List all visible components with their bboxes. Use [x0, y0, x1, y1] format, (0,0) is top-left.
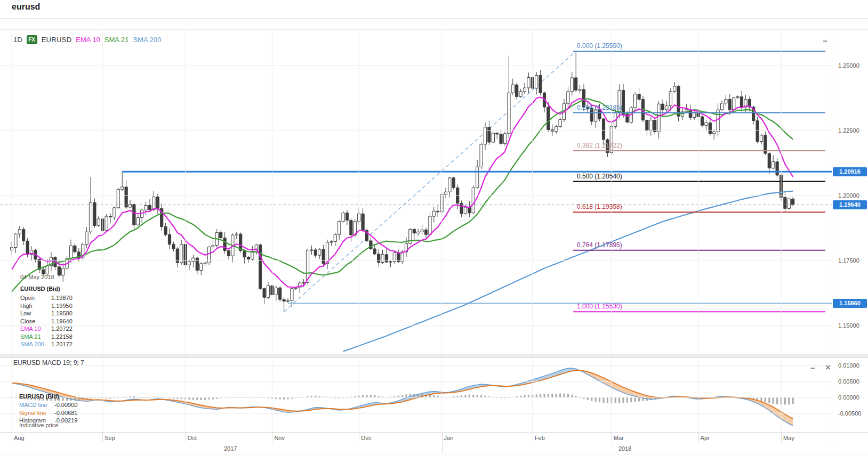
time-axis-month[interactable]: Apr [701, 435, 710, 441]
ohlc-data-window: 04 May 2018 EURUSD (Bid) Open1.19870High… [20, 274, 73, 348]
macd-axis-tick[interactable]: -0.00500 [838, 410, 861, 417]
month-tick [698, 433, 699, 442]
price-axis-border [832, 30, 832, 453]
down-candles [22, 76, 794, 302]
macd-row: MACD line-0.00900 [19, 401, 77, 409]
price-axis-tick[interactable]: 1.25000 [838, 62, 859, 69]
month-tick [612, 433, 612, 442]
month-tick [272, 433, 272, 442]
bottom-border [0, 454, 868, 454]
fib-label-0.618: 0.618 (1.19358) [577, 203, 622, 210]
price-flag: 1.20916 [833, 167, 867, 176]
price-axis-tick[interactable]: 1.17500 [838, 257, 859, 264]
macd-symbol: EURUSD (Bid) [19, 393, 77, 400]
time-axis-month[interactable]: Oct [188, 435, 197, 441]
fx-provider-icon: FX [27, 35, 37, 44]
data-window-date: 04 May 2018 [20, 274, 73, 280]
time-axis-month[interactable]: Mar [614, 435, 624, 441]
macd-plot[interactable] [11, 368, 794, 426]
close-macd-button[interactable]: × [825, 364, 831, 371]
fib-label-0.764: 0.764 (1.17895) [577, 241, 622, 249]
ohlc-row: Low1.19580 [20, 310, 73, 318]
month-tick [102, 433, 103, 442]
trendline[interactable] [284, 51, 576, 312]
year-separator [442, 443, 443, 453]
sma21-legend[interactable]: SMA 21 [105, 36, 129, 44]
price-axis-tick[interactable]: 1.15000 [838, 322, 859, 329]
macd-panel-title: EURUSD MACD 19; 9; 7 [13, 359, 84, 367]
time-axis-month[interactable]: May [783, 435, 794, 441]
macd-axis-tick[interactable]: 0.01000 [838, 362, 859, 369]
fib-label-0.382: 0.382 (1.21722) [577, 142, 622, 149]
macd-signal-line [12, 370, 793, 419]
macd-data-window: EURUSD (Bid) MACD line-0.00900Signal lin… [19, 393, 77, 425]
ohlc-row: EMA 101.20722 [20, 325, 73, 333]
fib-label-0.000: 0.000 (1.25550) [577, 42, 622, 50]
time-axis-month[interactable]: Feb [535, 435, 545, 441]
month-tick [781, 433, 782, 442]
price-axis-tick[interactable]: 1.20000 [838, 192, 859, 199]
sma200-line [343, 191, 793, 352]
ohlc-row: SMA 2001.20172 [20, 340, 73, 348]
sma200-legend[interactable]: SMA 200 [133, 36, 161, 44]
minimize-macd-button[interactable]: − [810, 364, 815, 372]
main-plot[interactable] [0, 51, 832, 352]
ohlc-row: High1.19950 [20, 302, 73, 310]
time-axis-year[interactable]: 2018 [618, 445, 631, 452]
trading-app-window: eurusd 1D FX EURUSD EMA 10 SMA 21 SMA 20… [0, 0, 868, 464]
time-axis-month[interactable]: Dec [361, 435, 372, 441]
fib-label-1.000: 1.000 (1.15530) [577, 303, 622, 310]
ohlc-row: SMA 211.22158 [20, 333, 73, 341]
price-flag: 1.19640 [833, 200, 867, 209]
month-tick [186, 433, 186, 442]
data-window-symbol: EURUSD (Bid) [20, 286, 73, 292]
time-axis-border [0, 432, 868, 433]
symbol-label[interactable]: EURUSD [42, 36, 72, 44]
price-axis-tick[interactable]: 1.22500 [838, 127, 859, 134]
time-axis-month[interactable]: Nov [274, 435, 285, 441]
time-axis-year[interactable]: 2017 [224, 445, 237, 452]
ohlc-row: Open1.19870 [20, 294, 73, 302]
month-tick [359, 433, 359, 442]
interval-label[interactable]: 1D [13, 36, 22, 44]
time-axis-month[interactable]: Jan [444, 435, 454, 441]
month-tick [533, 433, 533, 442]
month-tick [442, 433, 443, 442]
fib-label-0.236: 0.236 (1.23185) [577, 104, 622, 111]
ohlc-row: Close1.19640 [20, 318, 73, 325]
macd-axis-tick[interactable]: 0.00000 [838, 394, 859, 401]
macd-fill-negative [734, 397, 793, 426]
ema10-legend[interactable]: EMA 10 [76, 36, 100, 44]
chart-legend: 1D FX EURUSD EMA 10 SMA 21 SMA 200 [13, 35, 161, 44]
fib-label-0.500: 0.500 (1.20540) [577, 173, 622, 180]
panel-divider[interactable] [0, 354, 868, 358]
time-axis-month[interactable]: Sep [105, 435, 115, 441]
chart-canvas[interactable] [0, 0, 868, 464]
indicative-price-note: Indicative price [19, 422, 58, 428]
month-tick [12, 433, 12, 442]
price-flag: 1.15860 [833, 299, 867, 308]
macd-row: Signal line-0.00681 [19, 409, 77, 417]
macd-axis-tick[interactable]: 0.00500 [838, 378, 859, 385]
time-axis-month[interactable]: Aug [14, 435, 25, 441]
minimize-chart-button[interactable]: − [823, 37, 827, 45]
